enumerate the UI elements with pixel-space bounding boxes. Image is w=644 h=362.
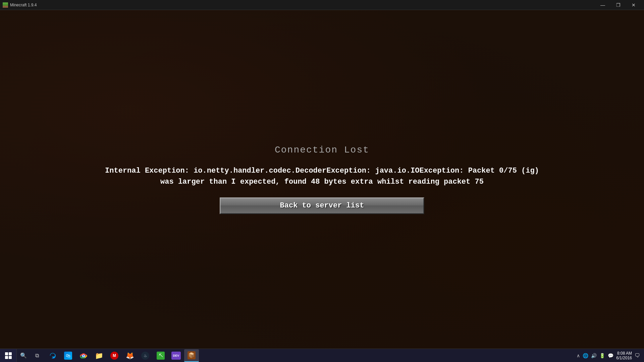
battery-icon[interactable]: 🔋 (599, 353, 605, 358)
back-to-server-list-button[interactable]: Back to server list (220, 197, 424, 214)
taskbar: 🔍 ⧉ 🛍 (0, 349, 644, 362)
search-icon: 🔍 (20, 352, 27, 359)
chevron-up-icon[interactable]: ∧ (577, 353, 580, 358)
taskbar-app-edge[interactable] (45, 349, 60, 362)
start-button[interactable] (0, 349, 17, 362)
task-view-icon: ⧉ (35, 353, 39, 359)
mc-launcher-icon: ⛏ (157, 352, 165, 360)
network-icon[interactable]: 🌐 (583, 353, 588, 358)
mcafee-icon: M (110, 352, 118, 360)
connection-lost-title: Connection Lost (275, 145, 369, 155)
maximize-button[interactable]: ❐ (610, 0, 626, 10)
steam-icon: ♨ (141, 352, 149, 360)
taskbar-app-minecraft-active[interactable]: 📦 (184, 349, 199, 362)
taskbar-app-chrome[interactable] (76, 349, 91, 362)
clock-time: 8:08 AM (616, 351, 632, 356)
taskbar-app-dev[interactable]: DEV (169, 349, 183, 362)
svg-point-5 (83, 355, 85, 356)
message-icon[interactable]: 💬 (608, 353, 613, 358)
titlebar-left: Minecraft 1.9.4 (3, 2, 37, 8)
minimize-button[interactable]: — (595, 0, 610, 10)
minecraft-chest-icon: 📦 (187, 351, 196, 359)
taskbar-apps: 🛍 📁 M 🦊 (44, 349, 573, 362)
taskbar-app-firefox[interactable]: 🦊 (122, 349, 137, 362)
app-icon (3, 2, 8, 8)
error-message: Internal Exception: io.netty.handler.cod… (104, 165, 540, 187)
titlebar: Minecraft 1.9.4 — ❐ ✕ (0, 0, 644, 10)
clock-date: 6/1/2016 (616, 356, 632, 360)
volume-icon[interactable]: 🔊 (591, 353, 597, 358)
taskbar-right: ∧ 🌐 🔊 🔋 💬 8:08 AM 6/1/2016 🗨 (573, 349, 644, 362)
titlebar-controls: — ❐ ✕ (595, 0, 641, 10)
store-icon: 🛍 (64, 352, 72, 360)
titlebar-title: Minecraft 1.9.4 (10, 3, 37, 7)
taskbar-app-files[interactable]: 📁 (92, 349, 106, 362)
edge-icon (49, 352, 57, 360)
dev-icon: DEV (171, 352, 181, 360)
taskbar-task-view-button[interactable]: ⧉ (30, 349, 44, 362)
windows-logo-icon (5, 352, 12, 359)
chrome-icon (79, 352, 88, 360)
notification-icon[interactable]: 🗨 (635, 353, 640, 359)
files-icon: 📁 (95, 352, 103, 360)
main-content: Connection Lost Internal Exception: io.n… (0, 10, 644, 349)
taskbar-app-mcafee[interactable]: M (107, 349, 122, 362)
firefox-icon: 🦊 (126, 352, 134, 360)
close-button[interactable]: ✕ (626, 0, 641, 10)
svg-rect-2 (3, 4, 8, 6)
taskbar-app-store[interactable]: 🛍 (61, 349, 75, 362)
taskbar-clock[interactable]: 8:08 AM 6/1/2016 (616, 351, 632, 360)
taskbar-app-steam[interactable]: ♨ (138, 349, 153, 362)
taskbar-search-button[interactable]: 🔍 (17, 349, 30, 362)
taskbar-app-mc-launcher[interactable]: ⛏ (153, 349, 168, 362)
